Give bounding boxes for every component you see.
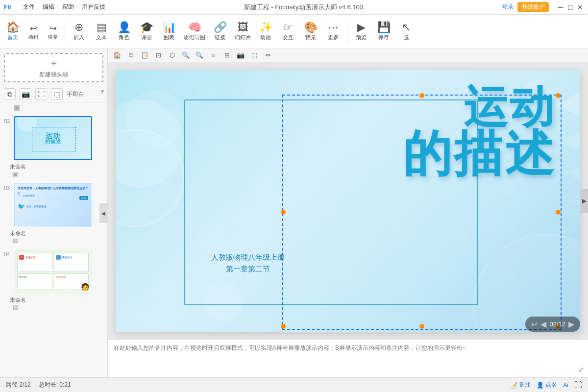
canvas-align-btn[interactable]: ≡ <box>208 50 219 61</box>
frame-type-icon: ▣ <box>14 103 20 111</box>
menu-help[interactable]: 帮助 <box>62 3 74 11</box>
panel-collapse-button[interactable]: ◀ <box>99 203 107 223</box>
class-icon: 🎓 <box>140 22 153 33</box>
toolbar-preview[interactable]: ▶ 预览 <box>350 20 372 43</box>
interact-label: 交互 <box>283 34 294 41</box>
anim-label: 动画 <box>260 34 271 41</box>
toolbar-interact[interactable]: ☞ 交互 <box>277 20 299 43</box>
notes-icon: 📝 <box>510 382 517 389</box>
toolbar-redo[interactable]: ↪ 恢复 <box>44 22 62 42</box>
canvas-zoom-out-btn[interactable]: 🔍 <box>194 50 205 61</box>
title-line2: 的描述 <box>403 129 556 178</box>
slide-04-cell1: 🏃 机械运动 <box>17 253 52 272</box>
notes-expand-button[interactable]: ⤢ <box>578 366 584 373</box>
toolbar-undo[interactable]: ↩ 撤销 <box>24 22 42 42</box>
canvas-home-btn[interactable]: 🏠 <box>112 50 122 61</box>
slide-num-02: 02 <box>4 116 14 124</box>
toolbar-mindmap[interactable]: 🧠 思维导图 <box>181 20 208 43</box>
slide-num-03: 03 <box>4 183 14 191</box>
divider-1 <box>65 20 65 44</box>
toolbar-chart[interactable]: 📊 图表 <box>158 20 180 43</box>
toolbar-insert[interactable]: ⊕ 插入 <box>68 20 90 43</box>
close-button[interactable]: ✕ <box>576 3 584 11</box>
minimize-button[interactable]: ─ <box>557 3 564 11</box>
copy-frame-button[interactable]: ⧉ <box>4 88 16 100</box>
slide-content: 人教版物理八年级上册 第一章第二节 运动 的描述 <box>116 70 580 332</box>
frame-border-button[interactable]: ⬚ <box>51 88 63 100</box>
titlebar: FIt 文件 编辑 帮助 用户反馈 新建工程 - Focusky动画演示大师 v… <box>0 0 588 15</box>
slide-03-content: 答： 一、运动的描述 运动 <box>18 192 88 201</box>
slide-item-02[interactable]: 02 运动 的描述 <box>0 114 107 162</box>
toolbar-role[interactable]: 👤 角色 <box>113 20 135 43</box>
toolbar-more[interactable]: ⋯ 更多 <box>322 20 344 43</box>
toolbar-anim[interactable]: ✨ 动画 <box>255 20 276 43</box>
canvas-group-btn[interactable]: ⬡ <box>167 50 177 61</box>
notes-button[interactable]: 📝 备注 <box>510 381 531 389</box>
scroll-down-indicator: ▼ <box>99 88 105 95</box>
slide-04-icon: ⊠ <box>0 304 107 314</box>
divider-2 <box>347 20 347 44</box>
slide-canvas[interactable]: 人教版物理八年级上册 第一章第二节 运动 的描述 <box>108 62 588 340</box>
toolbar-select[interactable]: ↖ 选 <box>395 20 417 43</box>
undo-icon: ↩ <box>30 23 37 34</box>
canvas-toolbar: 🏠 ⧉ 📋 ⊡ ⬡ 🔍 🔍 ≡ ⊞ 📷 ⬚ ✏ <box>108 49 588 62</box>
status-bar: 路径 2/12 总时长: 0:21 📝 备注 👤 点名 Ai ⛶ <box>0 377 588 392</box>
canvas-layer-btn[interactable]: ⬚ <box>249 50 260 61</box>
canvas-copy-btn[interactable]: ⧉ <box>125 50 136 61</box>
canvas-dist-btn[interactable]: ⊞ <box>221 50 232 61</box>
home-icon: 🏠 <box>6 22 20 33</box>
slide-item-03[interactable]: 03 请思考思考：人教版物理什么东西描述物理描述运动？ 答： 一、运动的描述 运… <box>0 181 107 229</box>
points-button[interactable]: 👤 点名 <box>537 381 557 389</box>
canvas-zoom-in-btn[interactable]: 🔍 <box>180 50 191 61</box>
canvas-crop-btn[interactable]: ⊡ <box>153 50 164 61</box>
login-button[interactable]: 登录 <box>502 3 514 11</box>
statusbar-left: 路径 2/12 总时长: 0:21 <box>6 381 71 389</box>
toolbar-home[interactable]: 🏠 首页 <box>2 20 24 43</box>
toolbar-slide[interactable]: 🖼 幻灯片 <box>232 20 254 43</box>
slide-item-04[interactable]: 04 🏃 机械运动 🚌 乘客运动 <box>0 247 107 295</box>
canvas-edit-btn[interactable]: ✏ <box>263 50 273 61</box>
undo-label: 撤销 <box>28 34 38 41</box>
nav-counter: 02/12 <box>549 320 565 328</box>
main-toolbar: 🏠 首页 ↩ 撤销 ↪ 恢复 ⊕ 插入 ▤ 文本 👤 角色 🎓 课堂 📊 图表 <box>0 15 588 49</box>
camera-button[interactable]: 📷 <box>20 88 31 100</box>
canvas-area: 🏠 ⧉ 📋 ⊡ ⬡ 🔍 🔍 ≡ ⊞ 📷 ⬚ ✏ <box>108 49 588 377</box>
slide-04-cell3: 参照物 <box>17 273 52 291</box>
redo-icon: ↪ <box>49 23 57 34</box>
plus-icon: ＋ <box>49 56 59 70</box>
more-label: 更多 <box>328 34 339 41</box>
menu-feedback[interactable]: 用户反馈 <box>82 3 105 11</box>
canvas-photo-btn[interactable]: 📷 <box>235 50 246 61</box>
handle-bottom-left[interactable] <box>281 324 286 329</box>
maximize-button[interactable]: □ <box>566 3 574 11</box>
slide-subtitle-text: 人教版物理八年级上册 第一章第二节 <box>211 251 285 275</box>
canvas-right-collapse[interactable]: ▶ <box>580 189 588 213</box>
new-frame-button[interactable]: ＋ 新建镜头帧 <box>4 53 103 82</box>
new-frame-label: 新建镜头帧 <box>39 71 69 79</box>
nav-left-button[interactable]: ◀ <box>540 319 546 329</box>
menu-edit[interactable]: 编辑 <box>43 3 54 11</box>
nav-right-button[interactable]: ▶ <box>568 319 574 329</box>
canvas-paste-btn[interactable]: 📋 <box>139 50 150 61</box>
toolbar-undo-redo: ↩ 撤销 ↪ 恢复 <box>24 22 62 42</box>
notes-textarea[interactable] <box>108 340 588 377</box>
toolbar-bg[interactable]: 🎨 背景 <box>300 20 321 43</box>
subtitle-line1: 人教版物理八年级上册 <box>211 251 285 263</box>
nav-overlay: ↩ ◀ 02/12 ▶ <box>525 317 580 332</box>
toolbar-link[interactable]: 🔗 链接 <box>209 20 231 43</box>
frame-name: 不即白 <box>67 90 103 98</box>
upgrade-button[interactable]: 升级账户 <box>517 2 549 12</box>
ai-button[interactable]: Ai <box>563 382 568 389</box>
toolbar-text[interactable]: ▤ 文本 <box>91 20 112 43</box>
toolbar-class[interactable]: 🎓 课堂 <box>136 20 157 43</box>
toolbar-save[interactable]: 💾 保存 <box>373 20 394 43</box>
menu-file[interactable]: 文件 <box>23 3 35 11</box>
handle-bottom[interactable] <box>419 324 424 329</box>
anim-icon: ✨ <box>259 22 272 33</box>
frame-fit-button[interactable]: ⛶ <box>35 88 47 100</box>
app-logo: FIt <box>4 4 11 11</box>
fullscreen-button[interactable]: ⛶ <box>574 381 582 390</box>
slide-icon: 🖼 <box>238 22 248 33</box>
preview-icon: ▶ <box>357 22 366 33</box>
nav-prev-button[interactable]: ↩ <box>531 319 538 329</box>
